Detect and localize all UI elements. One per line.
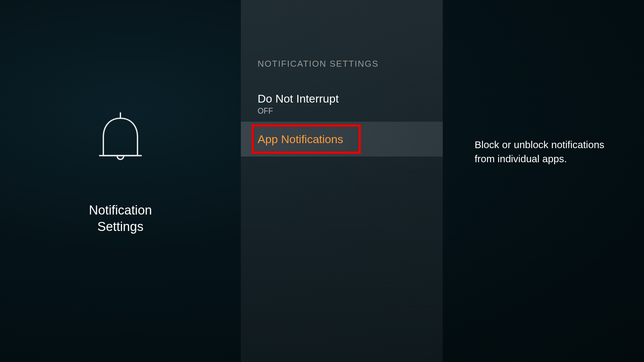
page-title: Notification Settings [89,202,152,235]
menu-item-do-not-interrupt[interactable]: Do Not Interrupt OFF [241,85,443,122]
menu-item-title: App Notifications [258,132,426,146]
description-panel: Block or unblock notifications from indi… [443,0,644,362]
menu-item-app-notifications[interactable]: App Notifications [241,122,443,157]
icon-title-group: Notification Settings [89,110,152,235]
menu-item-subtitle: OFF [258,107,426,116]
menu-item-title: Do Not Interrupt [258,91,426,106]
section-header: NOTIFICATION SETTINGS [241,59,443,69]
menu-item-description: Block or unblock notifications from indi… [475,138,624,166]
left-info-panel: Notification Settings [0,0,241,362]
settings-menu-panel: NOTIFICATION SETTINGS Do Not Interrupt O… [241,0,443,362]
bell-icon [94,110,147,170]
